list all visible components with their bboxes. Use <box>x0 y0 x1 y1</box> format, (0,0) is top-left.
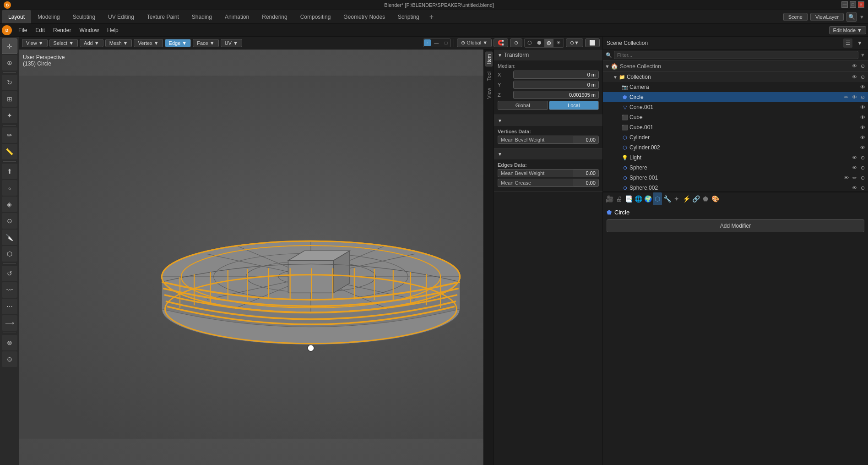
maximize-button[interactable]: □ <box>850 1 856 8</box>
collection-sel[interactable]: ⊙ <box>859 74 866 80</box>
xray-button[interactable]: ⬜ <box>585 38 600 47</box>
global-button[interactable]: Global <box>498 101 548 110</box>
viewport-face-menu[interactable]: Face ▼ <box>193 39 218 47</box>
cylinder-row[interactable]: ⬡ Cylinder 👁 <box>603 132 868 142</box>
circle-render-eye[interactable]: ⊙ <box>859 94 866 100</box>
particles-props-icon[interactable]: ✦ <box>672 192 681 205</box>
extrude-tool[interactable]: ⬆ <box>2 164 17 179</box>
edge-slide-tool[interactable]: ⟶ <box>2 315 17 331</box>
smooth-tool[interactable]: 〰 <box>2 282 17 298</box>
cone-001-row[interactable]: ▽ Cone.001 👁 <box>603 102 868 112</box>
cylinder-002-row[interactable]: ⬡ Cylinder.002 👁 <box>603 142 868 153</box>
tab-compositing[interactable]: Compositing <box>294 10 337 23</box>
solid-mode-btn[interactable]: ⬢ <box>535 39 544 47</box>
vertices-data-header[interactable]: ▼ <box>494 115 602 126</box>
local-button[interactable]: Local <box>549 101 599 110</box>
render-menu[interactable]: Render <box>49 25 75 35</box>
transform-header[interactable]: ▼ Transform <box>494 49 602 60</box>
cube-row[interactable]: ⬛ Cube 👁 <box>603 112 868 122</box>
cube-001-eye[interactable]: 👁 <box>859 125 866 130</box>
spin-tool[interactable]: ↺ <box>2 266 17 281</box>
edges-data-header[interactable]: ▼ <box>494 148 602 159</box>
close-button[interactable]: ✕ <box>858 1 864 8</box>
proportional-edit-button[interactable]: ⊙ <box>510 38 522 47</box>
tab-shading[interactable]: Shading <box>185 10 218 23</box>
cylinder-002-eye[interactable]: 👁 <box>859 145 866 150</box>
annotate-tool[interactable]: ✏ <box>2 127 17 143</box>
edge-mode-button[interactable]: — <box>431 39 441 46</box>
world-props-icon[interactable]: 🌍 <box>643 192 652 205</box>
object-props-icon[interactable]: ⬡ <box>653 192 662 205</box>
help-menu[interactable]: Help <box>103 25 122 35</box>
outliner-display-mode[interactable]: ☰ <box>843 38 852 48</box>
tab-rendering[interactable]: Rendering <box>255 10 293 23</box>
restrict-select-icon[interactable]: ⊙ <box>859 63 866 69</box>
window-menu[interactable]: Window <box>76 25 103 35</box>
material-props-icon[interactable]: 🎨 <box>711 192 720 205</box>
viewport-add-menu[interactable]: Add ▼ <box>80 39 103 47</box>
tab-uv-editing[interactable]: UV Editing <box>102 10 141 23</box>
minimize-button[interactable]: — <box>841 1 848 8</box>
sphere-row[interactable]: ⊙ Sphere 👁 ⊙ <box>603 163 868 173</box>
viewport-edge-menu[interactable]: Edge ▼ <box>165 39 191 47</box>
edit-menu[interactable]: Edit <box>32 25 49 35</box>
collection-row[interactable]: ▼ 📁 Collection 👁 ⊙ <box>603 72 868 82</box>
sphere-001-eye[interactable]: 👁 <box>842 175 850 181</box>
sphere-001-render[interactable]: ⊙ <box>859 175 866 181</box>
poly-build-tool[interactable]: ⬡ <box>2 246 17 262</box>
view-layer-selector[interactable]: ViewLayer <box>810 13 844 21</box>
scene-collection-row[interactable]: ▼ 🏠 Scene Collection 👁 ⊙ <box>603 61 868 72</box>
light-eye[interactable]: 👁 <box>851 155 858 160</box>
sphere-001-row[interactable]: ⊙ Sphere.001 👁 ✏ ⊙ <box>603 173 868 183</box>
viewport-uv-menu[interactable]: UV ▼ <box>221 39 242 47</box>
camera-eye[interactable]: 👁 <box>859 84 866 90</box>
data-props-icon[interactable]: ⬟ <box>701 192 710 205</box>
tab-item[interactable]: Item <box>485 51 493 66</box>
active-object-name[interactable]: Circle <box>614 209 629 216</box>
mean-crease-value[interactable]: 0.00 <box>574 179 599 187</box>
tab-scripting[interactable]: Scripting <box>391 10 426 23</box>
cursor-tool[interactable]: ✛ <box>2 38 17 54</box>
tab-texture-paint[interactable]: Texture Paint <box>141 10 185 23</box>
outliner-filter-icon[interactable]: ▼ <box>855 38 864 48</box>
shrink-fatten-tool[interactable]: ⊛ <box>2 335 17 350</box>
search-button[interactable]: 🔍 <box>846 12 857 22</box>
sphere-render-eye[interactable]: ⊙ <box>859 165 866 171</box>
collection-eye[interactable]: 👁 <box>851 74 858 80</box>
material-preview-btn[interactable]: ◍ <box>544 39 553 47</box>
mode-dropdown[interactable]: Edit Mode ▼ <box>829 26 866 34</box>
outliner-search-input[interactable] <box>614 51 858 59</box>
camera-row[interactable]: 📷 Camera 👁 <box>603 82 868 92</box>
sphere-002-row[interactable]: ⊙ Sphere.002 👁 ⊙ <box>603 183 868 191</box>
wireframe-mode-btn[interactable]: ⬡ <box>525 39 534 47</box>
transform-tool[interactable]: ✦ <box>2 108 17 123</box>
modifier-props-icon[interactable]: 🔧 <box>662 192 672 205</box>
cube-001-row[interactable]: ⬛ Cube.001 👁 <box>603 122 868 132</box>
circle-eye[interactable]: 👁 <box>851 94 858 100</box>
rotate-tool[interactable]: ↻ <box>2 75 17 90</box>
randomize-tool[interactable]: ⋯ <box>2 299 17 314</box>
edges-bevel-weight-value[interactable]: 0.00 <box>574 169 599 177</box>
cone-001-eye[interactable]: 👁 <box>859 104 866 110</box>
view-layer-props-icon[interactable]: 📑 <box>624 192 633 205</box>
tab-geometry-nodes[interactable]: Geometry Nodes <box>337 10 391 23</box>
scale-tool[interactable]: ⊞ <box>2 91 17 107</box>
viewport-select-menu[interactable]: Select ▼ <box>49 39 78 47</box>
tab-tool[interactable]: Tool <box>485 69 493 83</box>
z-value[interactable]: 0.001905 m <box>513 91 599 99</box>
scene-props-icon[interactable]: 🌐 <box>634 192 643 205</box>
outliner-filter-options[interactable]: ▼ <box>860 52 865 58</box>
sphere-002-render[interactable]: ⊙ <box>859 185 866 191</box>
knife-tool[interactable]: 🔪 <box>2 230 17 245</box>
face-mode-button[interactable]: □ <box>442 39 450 46</box>
tab-animation[interactable]: Animation <box>218 10 255 23</box>
sphere-001-edit-icon[interactable]: ✏ <box>851 175 858 181</box>
loop-cut-tool[interactable]: ⊝ <box>2 213 17 229</box>
cylinder-eye[interactable]: 👁 <box>859 135 866 140</box>
tab-modeling[interactable]: Modeling <box>31 10 66 23</box>
light-row[interactable]: 💡 Light 👁 ⊙ <box>603 153 868 163</box>
viewport-view-menu[interactable]: View ▼ <box>22 39 48 47</box>
add-modifier-button[interactable]: Add Modifier <box>607 219 864 232</box>
overlay-button[interactable]: ⊙▼ <box>566 38 583 47</box>
cube-eye[interactable]: 👁 <box>859 115 866 120</box>
